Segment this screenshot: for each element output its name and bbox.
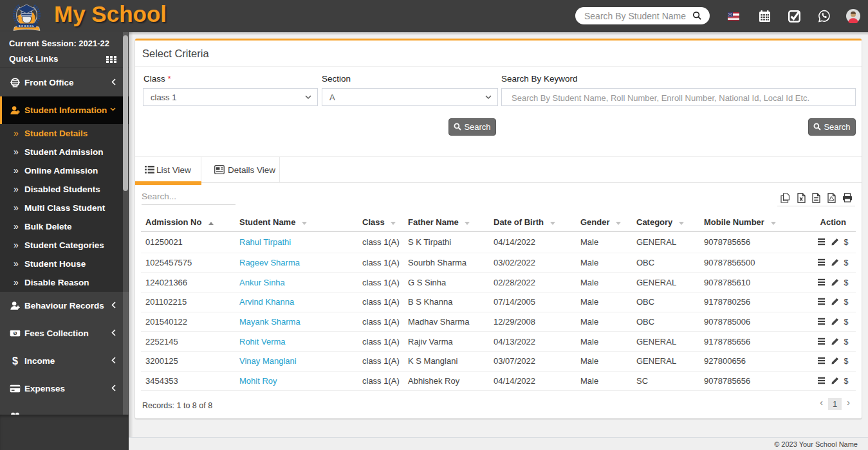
- svg-text:SCHOOL: SCHOOL: [19, 24, 35, 28]
- svg-text:$: $: [844, 357, 849, 366]
- svg-text:$: $: [844, 317, 849, 326]
- svg-text:$: $: [844, 298, 849, 307]
- svg-text:$: $: [12, 356, 18, 366]
- svg-text:$: $: [844, 337, 849, 346]
- svg-text:$: $: [844, 258, 849, 267]
- svg-text:$: $: [844, 238, 849, 247]
- svg-text:$: $: [844, 376, 849, 385]
- svg-text:$: $: [844, 278, 849, 287]
- svg-text:$: $: [14, 331, 16, 335]
